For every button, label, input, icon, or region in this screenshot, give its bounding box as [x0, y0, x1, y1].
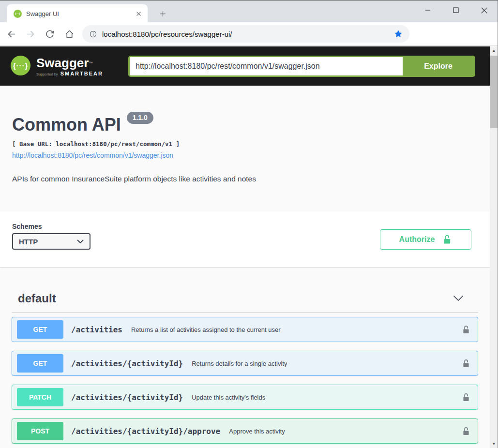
address-bar[interactable]: localhost:8180/pc/resources/swagger-ui/ — [82, 25, 409, 43]
operation-row[interactable]: GET/activitiesReturns a list of activiti… — [12, 317, 478, 342]
tag-header-default[interactable]: default — [12, 284, 478, 313]
api-version-badge: 1.1.0 — [127, 112, 153, 124]
method-badge: GET — [17, 320, 63, 339]
swagger-tm: ™ — [89, 61, 92, 65]
authorize-button[interactable]: Authorize — [380, 229, 471, 250]
swagger-logo-icon: {···} — [11, 56, 30, 75]
page-info-icon[interactable] — [89, 30, 97, 38]
browser-tab[interactable]: {···} Swagger UI — [7, 4, 148, 23]
schemes-label: Schemes — [12, 223, 91, 230]
tab-title: Swagger UI — [26, 10, 134, 17]
explore-button[interactable]: Explore — [403, 57, 474, 75]
browser-tabstrip: {···} Swagger UI — [0, 0, 498, 22]
window-maximize-button[interactable] — [442, 0, 470, 20]
api-title: Common API — [12, 115, 121, 135]
unlock-icon — [442, 234, 452, 245]
new-tab-button[interactable] — [156, 7, 169, 20]
tab-close-icon[interactable] — [134, 9, 143, 18]
scheme-container: Schemes HTTP Authorize — [0, 211, 490, 267]
api-description: APIs for common InsuranceSuite platform … — [12, 175, 478, 183]
back-icon[interactable] — [3, 26, 19, 42]
operation-summary: Returns details for a single activity — [192, 360, 287, 367]
spec-url-input[interactable] — [130, 57, 403, 75]
scrollbar[interactable]: ▲ ▼ — [490, 46, 498, 448]
reload-icon[interactable] — [42, 26, 58, 42]
method-badge: POST — [17, 422, 63, 440]
swagger-topbar: {···} Swagger™ Supported by SMARTBEAR Ex… — [0, 46, 490, 86]
scroll-up-icon[interactable]: ▲ — [490, 46, 498, 55]
operation-summary: Update this activity's fields — [192, 394, 265, 401]
operation-path: /activities/{activityId} — [71, 393, 183, 402]
url-text[interactable]: localhost:8180/pc/resources/swagger-ui/ — [102, 30, 392, 38]
operation-summary: Returns a list of activities assigned to… — [131, 326, 281, 333]
scroll-down-icon[interactable]: ▼ — [490, 440, 498, 448]
operations-list: GET/activitiesReturns a list of activiti… — [12, 317, 478, 444]
api-info-section: Common API 1.1.0 [ Base URL: localhost:8… — [0, 86, 490, 211]
window-close-button[interactable] — [470, 0, 498, 20]
swagger-logo-name: Swagger — [36, 56, 89, 70]
page-viewport: {···} Swagger™ Supported by SMARTBEAR Ex… — [0, 46, 490, 448]
swagger-logo[interactable]: {···} Swagger™ Supported by SMARTBEAR — [11, 56, 103, 76]
auth-lock-icon[interactable] — [462, 426, 470, 436]
browser-toolbar: localhost:8180/pc/resources/swagger-ui/ — [0, 22, 498, 46]
schemes-selected-value: HTTP — [19, 238, 77, 246]
schemes-select[interactable]: HTTP — [12, 233, 91, 250]
chevron-down-icon — [77, 239, 84, 244]
forward-icon[interactable] — [22, 26, 39, 42]
home-icon[interactable] — [61, 26, 77, 42]
operation-row[interactable]: GET/activities/{activityId}Returns detai… — [12, 351, 478, 376]
method-badge: PATCH — [17, 388, 63, 406]
operation-summary: Approve this activity — [229, 428, 285, 435]
base-url: [ Base URL: localhost:8180/pc/rest/commo… — [12, 140, 478, 148]
operation-row[interactable]: PATCH/activities/{activityId}Update this… — [12, 385, 478, 410]
scrollbar-thumb[interactable] — [490, 56, 498, 128]
auth-lock-icon[interactable] — [462, 325, 470, 335]
operation-path: /activities/{activityId}/approve — [71, 427, 220, 436]
smartbear-brand: SMARTBEAR — [60, 71, 103, 76]
window-controls — [414, 0, 498, 20]
supported-by-label: Supported by — [36, 72, 58, 76]
operation-path: /activities — [71, 325, 122, 334]
operations-wrapper: default GET/activitiesReturns a list of … — [0, 284, 490, 444]
spec-json-link[interactable]: http://localhost:8180/pc/rest/common/v1/… — [12, 151, 173, 159]
method-badge: GET — [17, 354, 63, 373]
auth-lock-icon[interactable] — [462, 358, 470, 369]
swagger-favicon-icon: {···} — [14, 10, 22, 18]
tag-title: default — [18, 292, 453, 305]
section-chevron-down-icon[interactable] — [453, 295, 464, 302]
spec-url-group: Explore — [128, 56, 475, 77]
bookmark-star-icon[interactable] — [392, 28, 405, 40]
operation-row[interactable]: POST/activities/{activityId}/approveAppr… — [12, 418, 478, 444]
operation-path: /activities/{activityId} — [71, 359, 183, 368]
authorize-label: Authorize — [399, 235, 435, 244]
auth-lock-icon[interactable] — [462, 392, 470, 403]
window-minimize-button[interactable] — [414, 0, 442, 20]
